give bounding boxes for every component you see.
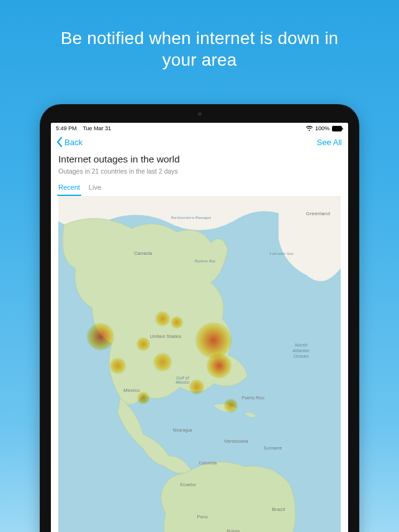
hotspot bbox=[189, 379, 204, 394]
svg-rect-1 bbox=[342, 127, 343, 130]
map-label-mexico: Mexico bbox=[123, 388, 140, 394]
outage-map[interactable]: Canada Greenland Northwestern Passages H… bbox=[58, 196, 341, 532]
map-label-brazil: Brazil bbox=[272, 507, 285, 513]
promo-headline-line2: your area bbox=[162, 50, 236, 69]
hotspot bbox=[87, 323, 114, 350]
map-container: Canada Greenland Northwestern Passages H… bbox=[51, 196, 348, 532]
hotspot bbox=[137, 337, 150, 351]
promo-headline: Be notified when internet is down in you… bbox=[0, 27, 399, 71]
hotspot bbox=[110, 358, 126, 374]
status-time: 5:49 PM bbox=[56, 125, 77, 131]
battery-icon bbox=[332, 126, 343, 131]
hotspot bbox=[195, 322, 231, 358]
wifi-icon bbox=[306, 126, 313, 131]
tablet-device-frame: 5:49 PM Tue Mar 31 100% bbox=[40, 104, 359, 532]
page-heading: Internet outages in the world Outages in… bbox=[51, 153, 348, 175]
back-button[interactable]: Back bbox=[55, 136, 83, 148]
hotspot bbox=[224, 399, 238, 412]
map-label-venezuela: Venezuela bbox=[224, 438, 248, 444]
map-label-nwp: Northwestern Passages bbox=[171, 215, 211, 219]
status-battery-pct: 100% bbox=[315, 125, 330, 131]
status-bar-left: 5:49 PM Tue Mar 31 bbox=[56, 125, 111, 131]
tablet-screen: 5:49 PM Tue Mar 31 100% bbox=[51, 123, 348, 532]
hotspot bbox=[207, 353, 231, 378]
map-label-natl: NorthAtlanticOcean bbox=[292, 343, 310, 359]
status-bar: 5:49 PM Tue Mar 31 100% bbox=[51, 123, 348, 133]
map-label-ecuador: Ecuador bbox=[180, 482, 196, 487]
map-svg bbox=[58, 196, 341, 532]
see-all-link[interactable]: See All bbox=[317, 138, 342, 147]
hotspot bbox=[155, 311, 170, 326]
page-title: Internet outages in the world bbox=[58, 154, 341, 165]
map-label-gulf: Gulf ofMexico bbox=[176, 376, 189, 384]
tabs: Recent Live bbox=[51, 175, 348, 196]
map-label-puerto: Puerto Rico bbox=[242, 396, 264, 400]
status-bar-right: 100% bbox=[306, 125, 343, 131]
tab-recent[interactable]: Recent bbox=[58, 184, 80, 196]
hotspot bbox=[171, 316, 183, 329]
nav-bar: Back See All bbox=[51, 133, 348, 153]
hotspot bbox=[137, 392, 150, 404]
hotspot bbox=[153, 353, 172, 371]
see-all-label: See All bbox=[317, 138, 342, 147]
map-label-bolivia: Bolivia bbox=[227, 530, 240, 532]
map-label-greenland: Greenland bbox=[306, 211, 330, 217]
map-label-peru: Peru bbox=[197, 515, 208, 520]
map-label-colombia: Colombia bbox=[199, 461, 217, 465]
chevron-left-icon bbox=[55, 136, 65, 148]
page-subtitle: Outages in 21 countries in the last 2 da… bbox=[58, 167, 341, 175]
map-label-nicaragua: Nicaragua bbox=[173, 428, 192, 433]
map-label-hudson: Hudson Bay bbox=[195, 259, 216, 263]
promo-headline-line1: Be notified when internet is down in bbox=[61, 29, 339, 48]
map-label-canada: Canada bbox=[134, 251, 152, 257]
back-label: Back bbox=[65, 138, 83, 147]
tab-live-label: Live bbox=[89, 184, 101, 191]
tab-live[interactable]: Live bbox=[89, 184, 101, 196]
map-label-suriname: Suriname bbox=[264, 446, 282, 451]
map-label-usa: United States bbox=[150, 334, 182, 340]
tab-recent-label: Recent bbox=[58, 184, 80, 191]
svg-rect-0 bbox=[333, 126, 342, 131]
status-date: Tue Mar 31 bbox=[83, 125, 111, 131]
map-label-labrador: Labrador Sea bbox=[269, 252, 293, 256]
